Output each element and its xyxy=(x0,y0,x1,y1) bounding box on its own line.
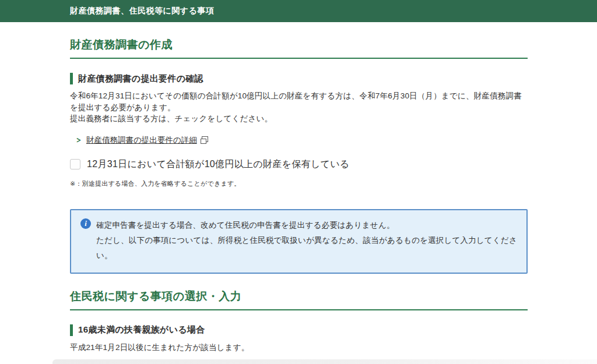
green-bar-icon xyxy=(70,73,73,84)
dependents-description: 平成21年1月2日以後に生まれた方が該当します。 xyxy=(70,342,528,354)
requirement-detail-link[interactable]: 財産債務調書の提出要件の詳細 xyxy=(86,135,197,146)
page-header-bar: 財産債務調書、住民税等に関する事項 xyxy=(0,0,597,22)
subsection-title-label: 財産債務調書の提出要件の確認 xyxy=(78,73,203,84)
requirement-description: 令和6年12月31日においてその価額の合計額が10億円以上の財産を有する方は、令… xyxy=(70,90,528,125)
resident-tax-info-box: i 確定申告書を提出する場合、改めて住民税の申告書を提出する必要はありません。 … xyxy=(70,209,528,274)
chevron-right-icon: ＞ xyxy=(75,134,82,146)
subsection-title-dependents-under16: 16歳未満の扶養親族がいる場合 xyxy=(70,324,528,336)
requirement-detail-link-row: ＞ 財産債務調書の提出要件の詳細 xyxy=(70,135,528,146)
section-heading-resident-tax: 住民税に関する事項の選択・入力 xyxy=(70,289,528,310)
main-content: 財産債務調書の作成 財産債務調書の提出要件の確認 令和6年12月31日においてそ… xyxy=(70,37,528,364)
omission-note: ※：別途提出する場合、入力を省略することができます。 xyxy=(70,179,528,188)
property-over-1b-checkbox[interactable] xyxy=(70,159,80,169)
requirement-description-line2: 提出義務者に該当する方は、チェックをしてください。 xyxy=(70,114,272,123)
subsection-title-requirement-check: 財産債務調書の提出要件の確認 xyxy=(70,73,528,84)
info-box-line1: 確定申告書を提出する場合、改めて住民税の申告書を提出する必要はありません。 xyxy=(96,221,395,229)
requirement-description-line1: 令和6年12月31日においてその価額の合計額が10億円以上の財産を有する方は、令… xyxy=(70,91,522,112)
info-box-text: 確定申告書を提出する場合、改めて住民税の申告書を提出する必要はありません。 ただ… xyxy=(96,218,517,264)
property-over-1b-checkbox-label[interactable]: 12月31日において合計額が10億円以上の財産を保有している xyxy=(87,158,350,171)
external-link-icon xyxy=(201,136,208,144)
subsection-title-label: 16歳未満の扶養親族がいる場合 xyxy=(78,324,205,335)
section-heading-property-record: 財産債務調書の作成 xyxy=(70,37,528,59)
property-checkbox-row: 12月31日において合計額が10億円以上の財産を保有している xyxy=(70,158,528,171)
page-header-title: 財産債務調書、住民税等に関する事項 xyxy=(70,6,214,16)
info-box-line2: ただし、以下の事項については、所得税と住民税で取扱いが異なるため、該当があるもの… xyxy=(96,236,517,260)
footer-panel-edge xyxy=(52,359,597,364)
green-bar-icon xyxy=(70,324,73,336)
info-icon: i xyxy=(80,218,91,229)
